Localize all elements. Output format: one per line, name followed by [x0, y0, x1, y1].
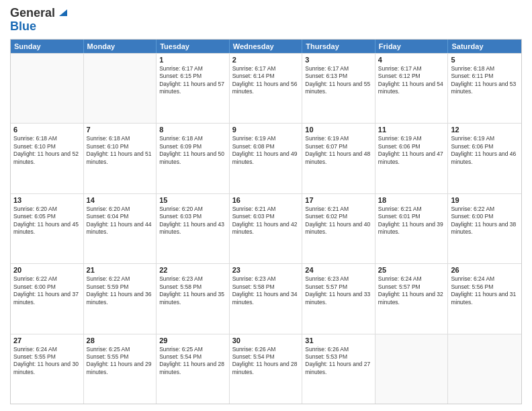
calendar-cell: 7Sunrise: 6:18 AMSunset: 6:10 PMDaylight…: [84, 124, 157, 193]
cell-text: Sunrise: 6:23 AMSunset: 5:58 PMDaylight:…: [159, 275, 226, 306]
calendar-cell: 30Sunrise: 6:26 AMSunset: 5:54 PMDayligh…: [230, 334, 303, 404]
calendar-cell: 25Sunrise: 6:24 AMSunset: 5:57 PMDayligh…: [375, 264, 449, 333]
header-cell-sunday: Sunday: [11, 40, 84, 53]
calendar: SundayMondayTuesdayWednesdayThursdayFrid…: [10, 39, 522, 404]
calendar-header: SundayMondayTuesdayWednesdayThursdayFrid…: [11, 40, 521, 53]
header-cell-wednesday: Wednesday: [230, 40, 303, 53]
calendar-cell: 5Sunrise: 6:18 AMSunset: 6:11 PMDaylight…: [448, 54, 521, 123]
cell-text: Sunrise: 6:18 AMSunset: 6:09 PMDaylight:…: [159, 135, 226, 166]
cell-text: Sunrise: 6:21 AMSunset: 6:02 PMDaylight:…: [305, 205, 372, 236]
cell-text: Sunrise: 6:17 AMSunset: 6:15 PMDaylight:…: [159, 65, 226, 96]
day-number: 19: [451, 196, 519, 204]
calendar-cell: [375, 334, 449, 404]
calendar-cell: 17Sunrise: 6:21 AMSunset: 6:02 PMDayligh…: [302, 194, 375, 263]
calendar-row: 27Sunrise: 6:24 AMSunset: 5:55 PMDayligh…: [11, 334, 521, 404]
day-number: 16: [232, 196, 300, 204]
calendar-cell: 22Sunrise: 6:23 AMSunset: 5:58 PMDayligh…: [157, 264, 230, 333]
day-number: 14: [87, 196, 154, 204]
cell-text: Sunrise: 6:24 AMSunset: 5:55 PMDaylight:…: [13, 346, 81, 377]
cell-text: Sunrise: 6:22 AMSunset: 5:59 PMDaylight:…: [87, 275, 154, 306]
calendar-cell: 26Sunrise: 6:24 AMSunset: 5:56 PMDayligh…: [448, 264, 521, 333]
day-number: 25: [378, 266, 445, 274]
day-number: 7: [87, 126, 154, 134]
calendar-row: 1Sunrise: 6:17 AMSunset: 6:15 PMDaylight…: [11, 53, 521, 123]
calendar-cell: 29Sunrise: 6:25 AMSunset: 5:54 PMDayligh…: [157, 334, 230, 404]
day-number: 21: [87, 266, 154, 274]
day-number: 15: [159, 196, 226, 204]
calendar-cell: 2Sunrise: 6:17 AMSunset: 6:14 PMDaylight…: [230, 54, 303, 123]
cell-text: Sunrise: 6:19 AMSunset: 6:06 PMDaylight:…: [378, 135, 445, 166]
header-cell-tuesday: Tuesday: [157, 40, 230, 53]
day-number: 8: [159, 126, 226, 134]
day-number: 22: [159, 266, 226, 274]
calendar-cell: 10Sunrise: 6:19 AMSunset: 6:07 PMDayligh…: [302, 124, 375, 193]
day-number: 11: [378, 126, 445, 134]
logo-general-text: General: [10, 7, 55, 20]
calendar-cell: 11Sunrise: 6:19 AMSunset: 6:06 PMDayligh…: [375, 124, 449, 193]
day-number: 20: [13, 266, 81, 274]
calendar-cell: 3Sunrise: 6:17 AMSunset: 6:13 PMDaylight…: [302, 54, 375, 123]
day-number: 1: [159, 56, 226, 64]
calendar-cell: 4Sunrise: 6:17 AMSunset: 6:12 PMDaylight…: [375, 54, 449, 123]
calendar-cell: 18Sunrise: 6:21 AMSunset: 6:01 PMDayligh…: [375, 194, 449, 263]
day-number: 26: [451, 266, 519, 274]
cell-text: Sunrise: 6:20 AMSunset: 6:04 PMDaylight:…: [87, 205, 154, 236]
logo: General Blue: [10, 7, 67, 34]
day-number: 3: [305, 56, 372, 64]
calendar-cell: 1Sunrise: 6:17 AMSunset: 6:15 PMDaylight…: [157, 54, 230, 123]
day-number: 10: [305, 126, 372, 134]
day-number: 23: [232, 266, 300, 274]
day-number: 31: [305, 336, 372, 345]
day-number: 30: [232, 336, 300, 345]
cell-text: Sunrise: 6:26 AMSunset: 5:54 PMDaylight:…: [232, 346, 300, 377]
calendar-cell: 9Sunrise: 6:19 AMSunset: 6:08 PMDaylight…: [230, 124, 303, 193]
cell-text: Sunrise: 6:19 AMSunset: 6:08 PMDaylight:…: [232, 135, 300, 166]
header-cell-monday: Monday: [84, 40, 157, 53]
calendar-cell: [11, 54, 84, 123]
day-number: 6: [13, 126, 81, 134]
svg-marker-0: [59, 9, 67, 16]
cell-text: Sunrise: 6:25 AMSunset: 5:54 PMDaylight:…: [159, 346, 226, 377]
cell-text: Sunrise: 6:17 AMSunset: 6:14 PMDaylight:…: [232, 65, 300, 96]
calendar-cell: 24Sunrise: 6:23 AMSunset: 5:57 PMDayligh…: [302, 264, 375, 333]
cell-text: Sunrise: 6:18 AMSunset: 6:10 PMDaylight:…: [87, 135, 154, 166]
day-number: 29: [159, 336, 226, 345]
day-number: 18: [378, 196, 445, 204]
cell-text: Sunrise: 6:20 AMSunset: 6:03 PMDaylight:…: [159, 205, 226, 236]
cell-text: Sunrise: 6:24 AMSunset: 5:56 PMDaylight:…: [451, 275, 519, 306]
calendar-cell: 20Sunrise: 6:22 AMSunset: 6:00 PMDayligh…: [11, 264, 84, 333]
day-number: 2: [232, 56, 300, 64]
day-number: 12: [451, 126, 519, 134]
calendar-cell: 27Sunrise: 6:24 AMSunset: 5:55 PMDayligh…: [11, 334, 84, 404]
day-number: 4: [378, 56, 445, 64]
cell-text: Sunrise: 6:22 AMSunset: 6:00 PMDaylight:…: [13, 275, 81, 306]
calendar-row: 20Sunrise: 6:22 AMSunset: 6:00 PMDayligh…: [11, 263, 521, 333]
calendar-row: 13Sunrise: 6:20 AMSunset: 6:05 PMDayligh…: [11, 193, 521, 263]
calendar-cell: 28Sunrise: 6:25 AMSunset: 5:55 PMDayligh…: [84, 334, 157, 404]
calendar-row: 6Sunrise: 6:18 AMSunset: 6:10 PMDaylight…: [11, 123, 521, 193]
calendar-cell: 13Sunrise: 6:20 AMSunset: 6:05 PMDayligh…: [11, 194, 84, 263]
cell-text: Sunrise: 6:24 AMSunset: 5:57 PMDaylight:…: [378, 275, 445, 306]
calendar-body: 1Sunrise: 6:17 AMSunset: 6:15 PMDaylight…: [11, 53, 521, 404]
calendar-cell: [84, 54, 157, 123]
header-cell-thursday: Thursday: [302, 40, 375, 53]
header-cell-saturday: Saturday: [448, 40, 521, 53]
cell-text: Sunrise: 6:21 AMSunset: 6:03 PMDaylight:…: [232, 205, 300, 236]
day-number: 9: [232, 126, 300, 134]
cell-text: Sunrise: 6:20 AMSunset: 6:05 PMDaylight:…: [13, 205, 81, 236]
page-container: General Blue SundayMondayTuesdayWednesda…: [0, 0, 532, 411]
day-number: 5: [451, 56, 519, 64]
cell-text: Sunrise: 6:17 AMSunset: 6:12 PMDaylight:…: [378, 65, 445, 96]
calendar-cell: 23Sunrise: 6:23 AMSunset: 5:58 PMDayligh…: [230, 264, 303, 333]
calendar-cell: 16Sunrise: 6:21 AMSunset: 6:03 PMDayligh…: [230, 194, 303, 263]
cell-text: Sunrise: 6:18 AMSunset: 6:10 PMDaylight:…: [13, 135, 81, 166]
calendar-cell: 21Sunrise: 6:22 AMSunset: 5:59 PMDayligh…: [84, 264, 157, 333]
cell-text: Sunrise: 6:23 AMSunset: 5:57 PMDaylight:…: [305, 275, 372, 306]
calendar-cell: 31Sunrise: 6:26 AMSunset: 5:53 PMDayligh…: [302, 334, 375, 404]
cell-text: Sunrise: 6:21 AMSunset: 6:01 PMDaylight:…: [378, 205, 445, 236]
calendar-cell: 8Sunrise: 6:18 AMSunset: 6:09 PMDaylight…: [157, 124, 230, 193]
calendar-cell: 6Sunrise: 6:18 AMSunset: 6:10 PMDaylight…: [11, 124, 84, 193]
day-number: 17: [305, 196, 372, 204]
calendar-cell: 15Sunrise: 6:20 AMSunset: 6:03 PMDayligh…: [157, 194, 230, 263]
cell-text: Sunrise: 6:26 AMSunset: 5:53 PMDaylight:…: [305, 346, 372, 377]
